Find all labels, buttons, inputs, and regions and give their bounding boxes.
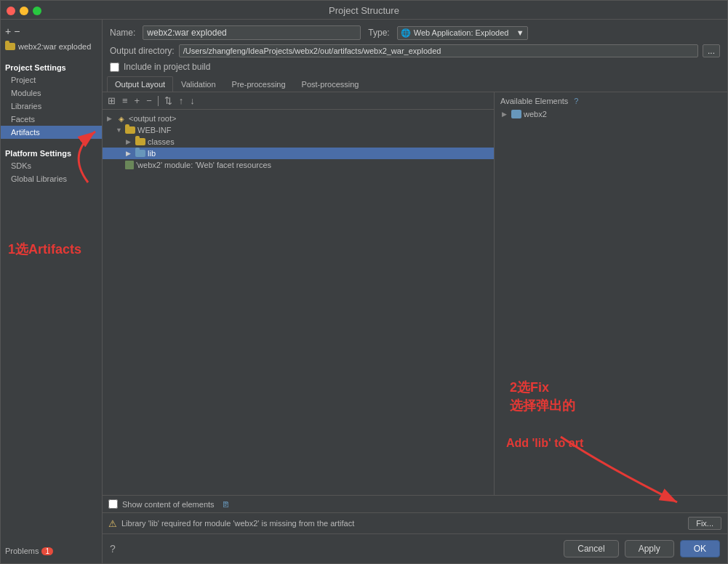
- sidebar-item-project[interactable]: Project: [1, 73, 102, 86]
- tree-node-output-root[interactable]: ▶ ◈ <output root>: [103, 113, 494, 124]
- output-root-icon: ◈: [116, 114, 127, 123]
- tree-content: ▶ ◈ <output root> ▼ WEB-INF ▶: [103, 110, 494, 495]
- expand-arrow-classes: ▶: [126, 138, 133, 145]
- type-icon: 🌐: [401, 28, 411, 38]
- tree-node-facet-resources[interactable]: 'webx2' module: 'Web' facet resources: [103, 159, 494, 171]
- name-input[interactable]: [143, 25, 361, 40]
- tree-node-lib[interactable]: ▶ lib: [103, 148, 494, 159]
- type-value: Web Application: Exploded: [414, 28, 509, 37]
- file-icon-facet: [125, 161, 134, 169]
- tabs-bar: Output Layout Validation Pre-processing …: [103, 76, 727, 92]
- expand-arrow-output-root: ▶: [107, 115, 114, 122]
- tree-node-classes[interactable]: ▶ classes: [103, 136, 494, 148]
- include-checkbox[interactable]: [110, 63, 119, 72]
- tree-area: ⊞ ≡ + − ⇅ ↑ ↓ ▶ ◈ <output: [103, 92, 727, 495]
- name-label: Name:: [110, 28, 135, 38]
- tree-add-btn[interactable]: +: [132, 94, 143, 107]
- avail-node-webx2[interactable]: ▶ webx2: [497, 108, 724, 120]
- available-elements-help[interactable]: ?: [574, 97, 578, 105]
- output-input[interactable]: [179, 44, 698, 57]
- available-elements-panel: Available Elements ? ▶ webx2: [495, 92, 727, 495]
- project-settings-header: Project Settings: [1, 59, 102, 73]
- tree-remove-btn[interactable]: −: [144, 94, 154, 107]
- warning-icon: ⚠: [108, 518, 117, 529]
- sidebar-item-modules[interactable]: Modules: [1, 86, 102, 100]
- classes-label: classes: [148, 137, 175, 146]
- artifact-item-label: webx2:war exploded: [18, 42, 91, 51]
- facet-label: 'webx2' module: 'Web' facet resources: [136, 161, 271, 169]
- problems-row[interactable]: Problems 1: [1, 544, 102, 557]
- artifact-item[interactable]: webx2:war exploded: [1, 40, 102, 53]
- sidebar-item-facets[interactable]: Facets: [1, 113, 102, 126]
- footer: ? Cancel Apply OK: [103, 533, 727, 563]
- avail-webx2-label: webx2: [524, 110, 547, 118]
- available-elements-header: Available Elements ?: [497, 95, 724, 108]
- show-content-row: Show content of elements 🖹: [103, 496, 727, 513]
- folder-icon-classes: [135, 138, 145, 145]
- dialog-title: Project Structure: [329, 5, 399, 16]
- sidebar-item-sdks[interactable]: SDKs: [1, 159, 102, 172]
- folder-icon-webinf: [125, 126, 135, 134]
- tab-pre-processing[interactable]: Pre-processing: [224, 76, 294, 92]
- close-button[interactable]: [7, 7, 15, 15]
- maximize-button[interactable]: [33, 7, 41, 15]
- type-dropdown-icon: ▼: [516, 28, 524, 37]
- artifact-folder-icon: [5, 43, 15, 50]
- title-bar: Project Structure: [1, 1, 727, 20]
- right-panel: Name: Type: 🌐 Web Application: Exploded …: [103, 20, 727, 563]
- project-structure-dialog: Project Structure + − webx2:war exploded…: [0, 0, 728, 564]
- sidebar: + − webx2:war exploded Project Settings …: [1, 20, 103, 563]
- expand-arrow-webinf: ▼: [116, 126, 123, 134]
- cancel-button[interactable]: Cancel: [564, 540, 618, 557]
- include-label: Include in project build: [124, 62, 210, 72]
- ok-button[interactable]: OK: [680, 540, 720, 557]
- output-row: Output directory: ...: [103, 44, 727, 62]
- expand-arrow-lib: ▶: [126, 150, 133, 157]
- sidebar-toolbar: + −: [1, 23, 102, 40]
- platform-settings-header: Platform Settings: [1, 145, 102, 159]
- tree-icon-btn-2[interactable]: ≡: [120, 94, 130, 107]
- tab-validation[interactable]: Validation: [173, 76, 224, 92]
- type-select[interactable]: 🌐 Web Application: Exploded ▼: [397, 26, 528, 40]
- help-icon[interactable]: ?: [110, 543, 116, 555]
- tab-post-processing[interactable]: Post-processing: [294, 76, 367, 92]
- warning-text: Library 'lib' required for module 'webx2…: [121, 519, 684, 528]
- show-content-label: Show content of elements: [122, 500, 215, 509]
- module-icon-webx2: [511, 110, 521, 118]
- type-label: Type:: [368, 28, 389, 38]
- fix-button[interactable]: Fix...: [688, 517, 721, 530]
- tree-separator: [158, 96, 159, 106]
- tree-icon-btn-1[interactable]: ⊞: [105, 94, 118, 107]
- minimize-button[interactable]: [20, 7, 28, 15]
- avail-expand-arrow: ▶: [502, 110, 509, 118]
- problems-label: Problems: [5, 547, 39, 555]
- apply-button[interactable]: Apply: [625, 540, 674, 557]
- tree-node-webinf[interactable]: ▼ WEB-INF: [103, 124, 494, 136]
- name-type-row: Name: Type: 🌐 Web Application: Exploded …: [103, 20, 727, 44]
- problems-badge: 1: [41, 547, 53, 555]
- webinf-label: WEB-INF: [137, 126, 171, 134]
- output-label: Output directory:: [110, 46, 175, 56]
- show-content-checkbox[interactable]: [108, 499, 118, 509]
- folder-icon-lib: [135, 150, 145, 157]
- include-checkbox-row: Include in project build: [103, 62, 727, 76]
- available-elements-label: Available Elements: [500, 97, 568, 105]
- main-content: + − webx2:war exploded Project Settings …: [1, 20, 727, 563]
- bottom-area: Show content of elements 🖹 ⚠ Library 'li…: [103, 495, 727, 533]
- tree-sort-btn[interactable]: ⇅: [162, 94, 175, 107]
- sidebar-item-global-libraries[interactable]: Global Libraries: [1, 172, 102, 185]
- tab-output-layout[interactable]: Output Layout: [107, 76, 173, 92]
- tree-toolbar: ⊞ ≡ + − ⇅ ↑ ↓: [103, 92, 494, 110]
- show-content-info-icon[interactable]: 🖹: [222, 500, 230, 509]
- output-root-label: <output root>: [129, 114, 176, 123]
- warning-row: ⚠ Library 'lib' required for module 'web…: [103, 513, 727, 533]
- tree-up-btn[interactable]: ↑: [177, 94, 186, 107]
- sidebar-item-libraries[interactable]: Libraries: [1, 100, 102, 113]
- output-browse-button[interactable]: ...: [703, 44, 720, 57]
- sidebar-item-artifacts[interactable]: Artifacts: [1, 126, 102, 139]
- tree-down-btn[interactable]: ↓: [188, 94, 197, 107]
- add-artifact-button[interactable]: +: [5, 25, 11, 37]
- tree-panel: ⊞ ≡ + − ⇅ ↑ ↓ ▶ ◈ <output: [103, 92, 495, 495]
- remove-artifact-button[interactable]: −: [14, 25, 20, 37]
- lib-label: lib: [148, 149, 156, 158]
